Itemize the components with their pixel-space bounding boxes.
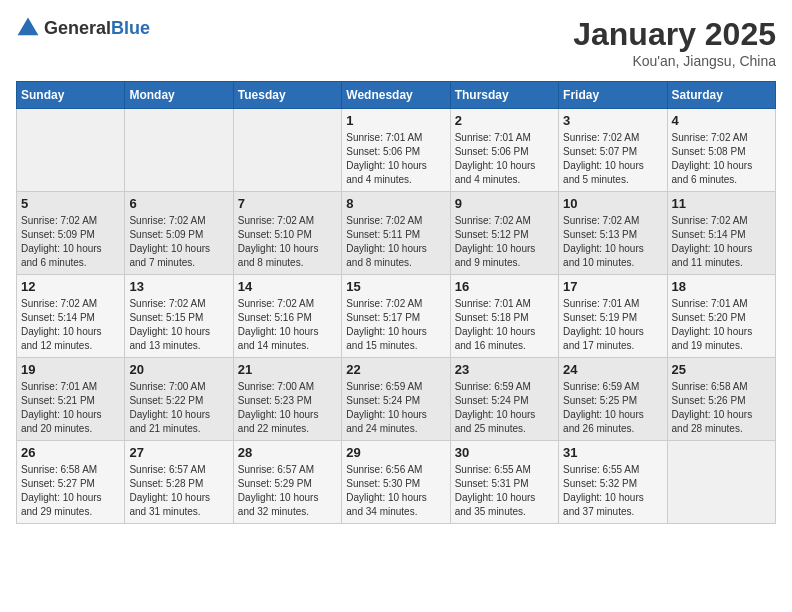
day-number: 18 [672,279,771,294]
calendar-cell: 15Sunrise: 7:02 AM Sunset: 5:17 PM Dayli… [342,275,450,358]
weekday-header: Monday [125,82,233,109]
calendar-cell: 4Sunrise: 7:02 AM Sunset: 5:08 PM Daylig… [667,109,775,192]
day-info: Sunrise: 6:58 AM Sunset: 5:27 PM Dayligh… [21,463,120,519]
calendar-cell: 24Sunrise: 6:59 AM Sunset: 5:25 PM Dayli… [559,358,667,441]
weekday-header-row: SundayMondayTuesdayWednesdayThursdayFrid… [17,82,776,109]
calendar-cell: 8Sunrise: 7:02 AM Sunset: 5:11 PM Daylig… [342,192,450,275]
day-info: Sunrise: 7:02 AM Sunset: 5:08 PM Dayligh… [672,131,771,187]
calendar-cell: 23Sunrise: 6:59 AM Sunset: 5:24 PM Dayli… [450,358,558,441]
day-info: Sunrise: 7:02 AM Sunset: 5:15 PM Dayligh… [129,297,228,353]
calendar-cell: 2Sunrise: 7:01 AM Sunset: 5:06 PM Daylig… [450,109,558,192]
day-number: 12 [21,279,120,294]
calendar-cell: 29Sunrise: 6:56 AM Sunset: 5:30 PM Dayli… [342,441,450,524]
day-info: Sunrise: 7:01 AM Sunset: 5:18 PM Dayligh… [455,297,554,353]
day-info: Sunrise: 7:01 AM Sunset: 5:20 PM Dayligh… [672,297,771,353]
logo-icon [16,16,40,40]
calendar-cell: 27Sunrise: 6:57 AM Sunset: 5:28 PM Dayli… [125,441,233,524]
day-number: 15 [346,279,445,294]
title-block: January 2025 Kou'an, Jiangsu, China [573,16,776,69]
day-info: Sunrise: 7:02 AM Sunset: 5:16 PM Dayligh… [238,297,337,353]
calendar-week-row: 26Sunrise: 6:58 AM Sunset: 5:27 PM Dayli… [17,441,776,524]
day-info: Sunrise: 7:02 AM Sunset: 5:14 PM Dayligh… [672,214,771,270]
calendar-cell: 7Sunrise: 7:02 AM Sunset: 5:10 PM Daylig… [233,192,341,275]
day-info: Sunrise: 7:02 AM Sunset: 5:14 PM Dayligh… [21,297,120,353]
day-number: 31 [563,445,662,460]
weekday-header: Friday [559,82,667,109]
calendar-table: SundayMondayTuesdayWednesdayThursdayFrid… [16,81,776,524]
day-number: 1 [346,113,445,128]
logo: GeneralBlue [16,16,150,40]
day-number: 23 [455,362,554,377]
day-number: 30 [455,445,554,460]
day-info: Sunrise: 7:02 AM Sunset: 5:12 PM Dayligh… [455,214,554,270]
calendar-cell: 30Sunrise: 6:55 AM Sunset: 5:31 PM Dayli… [450,441,558,524]
calendar-cell: 25Sunrise: 6:58 AM Sunset: 5:26 PM Dayli… [667,358,775,441]
day-number: 13 [129,279,228,294]
calendar-week-row: 5Sunrise: 7:02 AM Sunset: 5:09 PM Daylig… [17,192,776,275]
day-number: 5 [21,196,120,211]
weekday-header: Tuesday [233,82,341,109]
day-number: 14 [238,279,337,294]
calendar-cell: 17Sunrise: 7:01 AM Sunset: 5:19 PM Dayli… [559,275,667,358]
day-number: 22 [346,362,445,377]
day-number: 28 [238,445,337,460]
calendar-cell: 12Sunrise: 7:02 AM Sunset: 5:14 PM Dayli… [17,275,125,358]
day-number: 24 [563,362,662,377]
weekday-header: Wednesday [342,82,450,109]
calendar-cell: 5Sunrise: 7:02 AM Sunset: 5:09 PM Daylig… [17,192,125,275]
day-info: Sunrise: 7:02 AM Sunset: 5:07 PM Dayligh… [563,131,662,187]
day-number: 20 [129,362,228,377]
day-number: 10 [563,196,662,211]
day-info: Sunrise: 6:59 AM Sunset: 5:24 PM Dayligh… [455,380,554,436]
calendar-cell [17,109,125,192]
day-info: Sunrise: 6:59 AM Sunset: 5:25 PM Dayligh… [563,380,662,436]
day-number: 26 [21,445,120,460]
calendar-cell: 10Sunrise: 7:02 AM Sunset: 5:13 PM Dayli… [559,192,667,275]
day-number: 7 [238,196,337,211]
day-info: Sunrise: 7:01 AM Sunset: 5:19 PM Dayligh… [563,297,662,353]
calendar-cell: 13Sunrise: 7:02 AM Sunset: 5:15 PM Dayli… [125,275,233,358]
day-info: Sunrise: 7:02 AM Sunset: 5:11 PM Dayligh… [346,214,445,270]
month-title: January 2025 [573,16,776,53]
day-number: 3 [563,113,662,128]
day-number: 11 [672,196,771,211]
calendar-cell: 3Sunrise: 7:02 AM Sunset: 5:07 PM Daylig… [559,109,667,192]
day-info: Sunrise: 6:58 AM Sunset: 5:26 PM Dayligh… [672,380,771,436]
day-info: Sunrise: 6:55 AM Sunset: 5:32 PM Dayligh… [563,463,662,519]
calendar-week-row: 19Sunrise: 7:01 AM Sunset: 5:21 PM Dayli… [17,358,776,441]
day-info: Sunrise: 7:00 AM Sunset: 5:22 PM Dayligh… [129,380,228,436]
calendar-cell: 19Sunrise: 7:01 AM Sunset: 5:21 PM Dayli… [17,358,125,441]
weekday-header: Sunday [17,82,125,109]
day-info: Sunrise: 7:02 AM Sunset: 5:09 PM Dayligh… [21,214,120,270]
day-info: Sunrise: 7:02 AM Sunset: 5:13 PM Dayligh… [563,214,662,270]
calendar-cell: 16Sunrise: 7:01 AM Sunset: 5:18 PM Dayli… [450,275,558,358]
calendar-cell: 26Sunrise: 6:58 AM Sunset: 5:27 PM Dayli… [17,441,125,524]
day-number: 16 [455,279,554,294]
day-number: 9 [455,196,554,211]
calendar-cell: 22Sunrise: 6:59 AM Sunset: 5:24 PM Dayli… [342,358,450,441]
day-info: Sunrise: 7:01 AM Sunset: 5:06 PM Dayligh… [346,131,445,187]
day-number: 17 [563,279,662,294]
day-info: Sunrise: 7:02 AM Sunset: 5:09 PM Dayligh… [129,214,228,270]
calendar-cell [125,109,233,192]
day-info: Sunrise: 7:00 AM Sunset: 5:23 PM Dayligh… [238,380,337,436]
day-number: 19 [21,362,120,377]
calendar-cell: 6Sunrise: 7:02 AM Sunset: 5:09 PM Daylig… [125,192,233,275]
calendar-cell [667,441,775,524]
calendar-cell: 21Sunrise: 7:00 AM Sunset: 5:23 PM Dayli… [233,358,341,441]
day-number: 27 [129,445,228,460]
day-info: Sunrise: 6:56 AM Sunset: 5:30 PM Dayligh… [346,463,445,519]
calendar-cell: 28Sunrise: 6:57 AM Sunset: 5:29 PM Dayli… [233,441,341,524]
logo-text-blue: Blue [111,18,150,38]
calendar-cell: 11Sunrise: 7:02 AM Sunset: 5:14 PM Dayli… [667,192,775,275]
day-info: Sunrise: 6:57 AM Sunset: 5:29 PM Dayligh… [238,463,337,519]
day-number: 21 [238,362,337,377]
day-info: Sunrise: 6:55 AM Sunset: 5:31 PM Dayligh… [455,463,554,519]
day-number: 8 [346,196,445,211]
day-number: 6 [129,196,228,211]
calendar-week-row: 12Sunrise: 7:02 AM Sunset: 5:14 PM Dayli… [17,275,776,358]
day-info: Sunrise: 6:59 AM Sunset: 5:24 PM Dayligh… [346,380,445,436]
day-number: 2 [455,113,554,128]
day-info: Sunrise: 7:02 AM Sunset: 5:10 PM Dayligh… [238,214,337,270]
calendar-cell: 9Sunrise: 7:02 AM Sunset: 5:12 PM Daylig… [450,192,558,275]
